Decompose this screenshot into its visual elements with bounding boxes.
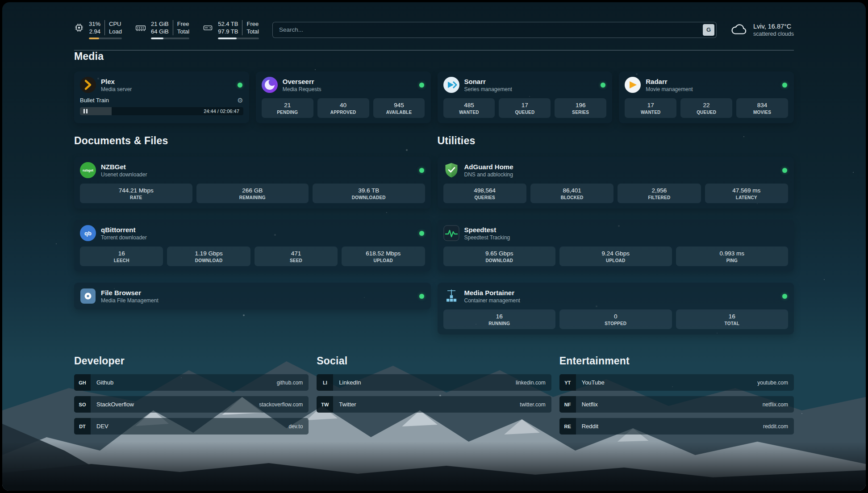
status-dot-online bbox=[782, 168, 787, 173]
bookmark-stackoverflow[interactable]: SO StackOverflow stackoverflow.com bbox=[74, 396, 309, 413]
app-subtitle: Container management bbox=[464, 297, 778, 304]
app-name: Overseerr bbox=[283, 78, 414, 85]
status-dot-online bbox=[419, 294, 424, 299]
app-name: Media Portainer bbox=[464, 289, 778, 297]
snow-specks bbox=[2, 2, 3, 3]
app-name: File Browser bbox=[101, 289, 414, 297]
youtube-icon: YT bbox=[559, 374, 576, 391]
cpu-load-label: Load bbox=[105, 28, 122, 35]
bookmark-netflix[interactable]: NF Netflix netflix.com bbox=[559, 396, 794, 413]
app-card-nzbget[interactable]: nzbget NZBGet Usenet downloader 744.21 M… bbox=[74, 157, 431, 209]
stat-wanted: 485WANTED bbox=[443, 98, 495, 118]
section-title-media: Media bbox=[74, 50, 794, 63]
stackoverflow-icon: SO bbox=[74, 396, 91, 413]
bookmark-url: dev.to bbox=[289, 423, 303, 430]
stat-pending: 21PENDING bbox=[262, 98, 313, 118]
speedtest-icon bbox=[443, 225, 459, 241]
app-card-adguard[interactable]: AdGuard Home DNS and adblocking 498,564Q… bbox=[438, 157, 794, 209]
app-card-radarr[interactable]: Radarr Movie management 17WANTED 22QUEUE… bbox=[619, 71, 794, 123]
app-subtitle: Series management bbox=[464, 86, 596, 92]
status-dot-online bbox=[782, 294, 787, 299]
cloud-icon bbox=[730, 23, 748, 36]
nzbget-icon: nzbget bbox=[80, 162, 96, 178]
twitter-icon: TW bbox=[317, 396, 333, 413]
media-grid: Plex Media server Bullet Train ⚙ 24:44 /… bbox=[74, 71, 794, 123]
reddit-icon: RE bbox=[559, 418, 576, 435]
stat-series: 196SERIES bbox=[555, 98, 606, 118]
cpu-icon bbox=[74, 23, 84, 33]
bookmark-name: Github bbox=[96, 379, 277, 386]
stat-upload: 618.52 MbpsUPLOAD bbox=[342, 246, 425, 266]
stat-remaining: 266 GBREMAINING bbox=[196, 184, 309, 203]
app-subtitle: DNS and adblocking bbox=[464, 171, 778, 178]
app-subtitle: Torrent downloader bbox=[101, 234, 414, 241]
bookmarks-entertainment: Entertainment YT YouTube youtube.com NF … bbox=[559, 355, 794, 440]
app-card-filebrowser[interactable]: File Browser Media File Management bbox=[74, 283, 431, 309]
stat-seed: 471SEED bbox=[255, 246, 338, 266]
search-input[interactable] bbox=[272, 22, 717, 38]
bottom-fade bbox=[2, 442, 866, 491]
dashboard-page: 31% CPU 2.94 Load 21 GiB bbox=[2, 2, 866, 491]
cpu-widget: 31% CPU 2.94 Load bbox=[74, 20, 122, 39]
bookmark-youtube[interactable]: YT YouTube youtube.com bbox=[559, 374, 794, 391]
search-box: G bbox=[272, 22, 717, 38]
app-card-portainer[interactable]: Media Portainer Container management 16R… bbox=[438, 283, 794, 334]
bookmark-twitter[interactable]: TW Twitter twitter.com bbox=[317, 396, 551, 413]
section-title-social: Social bbox=[317, 355, 551, 367]
section-title-documents: Documents & Files bbox=[74, 135, 431, 147]
bookmark-url: stackoverflow.com bbox=[259, 401, 303, 408]
app-subtitle: Speedtest Tracking bbox=[464, 234, 789, 241]
linkedin-icon: LI bbox=[317, 374, 333, 391]
app-subtitle: Media File Management bbox=[101, 297, 414, 304]
stat-stopped: 0STOPPED bbox=[559, 309, 672, 329]
app-card-overseerr[interactable]: Overseerr Media Requests 21PENDING 40APP… bbox=[256, 71, 431, 123]
app-card-qbittorrent[interactable]: qb qBittorrent Torrent downloader 16LEEC… bbox=[74, 220, 431, 272]
cpu-percent: 31% bbox=[89, 20, 105, 28]
disk-free-label: Free bbox=[242, 20, 259, 28]
bookmark-url: netflix.com bbox=[763, 401, 788, 408]
bookmark-name: LinkedIn bbox=[339, 379, 516, 386]
section-title-developer: Developer bbox=[74, 355, 309, 367]
app-subtitle: Usenet downloader bbox=[101, 171, 414, 178]
weather-condition: scattered clouds bbox=[753, 31, 794, 37]
search-engine-button[interactable]: G bbox=[703, 24, 714, 36]
app-card-speedtest[interactable]: Speedtest Speedtest Tracking 9.65 GbpsDO… bbox=[438, 220, 794, 272]
settings-gear-icon[interactable]: ⚙ bbox=[237, 97, 243, 104]
stat-download: 9.65 GbpsDOWNLOAD bbox=[443, 246, 556, 266]
stat-downloaded: 39.6 TBDOWNLOADED bbox=[313, 184, 425, 203]
portainer-icon bbox=[443, 288, 459, 304]
stat-download: 1.19 GbpsDOWNLOAD bbox=[167, 246, 250, 266]
bookmark-url: github.com bbox=[277, 380, 303, 386]
disk-widget: 52.4 TB Free 97.9 TB Total bbox=[203, 20, 259, 39]
status-dot-online bbox=[419, 231, 424, 236]
adguard-icon bbox=[443, 162, 459, 178]
section-title-utilities: Utilities bbox=[438, 135, 794, 147]
bookmarks-social: Social LI LinkedIn linkedin.com TW Twitt… bbox=[317, 355, 551, 440]
bookmark-reddit[interactable]: RE Reddit reddit.com bbox=[559, 418, 794, 435]
status-dot-online bbox=[238, 83, 242, 88]
bookmark-name: DEV bbox=[96, 423, 289, 430]
stat-queries: 498,564QUERIES bbox=[443, 184, 526, 203]
stat-rate: 744.21 MbpsRATE bbox=[80, 184, 192, 203]
disk-icon bbox=[203, 23, 213, 33]
bookmark-url: youtube.com bbox=[757, 380, 788, 386]
bookmark-name: Twitter bbox=[339, 401, 520, 408]
bookmark-dev[interactable]: DT DEV dev.to bbox=[74, 418, 309, 435]
ram-free-label: Free bbox=[173, 20, 189, 28]
stat-queued: 22QUEUED bbox=[680, 98, 732, 118]
stat-wanted: 17WANTED bbox=[625, 98, 676, 118]
app-name: Speedtest bbox=[464, 226, 789, 234]
ram-bar bbox=[151, 38, 189, 39]
stat-queued: 17QUEUED bbox=[499, 98, 551, 118]
app-card-sonarr[interactable]: Sonarr Series management 485WANTED 17QUE… bbox=[438, 71, 613, 123]
playback-progress-bar: 24:44 / 02:06:47 bbox=[80, 107, 243, 115]
stat-upload: 9.24 GbpsUPLOAD bbox=[559, 246, 672, 266]
app-card-plex[interactable]: Plex Media server Bullet Train ⚙ 24:44 /… bbox=[74, 71, 249, 123]
bookmark-linkedin[interactable]: LI LinkedIn linkedin.com bbox=[317, 374, 551, 391]
bookmark-url: twitter.com bbox=[520, 401, 545, 408]
stat-filtered: 2,956FILTERED bbox=[618, 184, 701, 203]
svg-text:nzbget: nzbget bbox=[83, 168, 94, 172]
bookmark-github[interactable]: GH Github github.com bbox=[74, 374, 309, 391]
bookmark-url: linkedin.com bbox=[516, 380, 546, 386]
pause-icon[interactable] bbox=[83, 109, 88, 113]
